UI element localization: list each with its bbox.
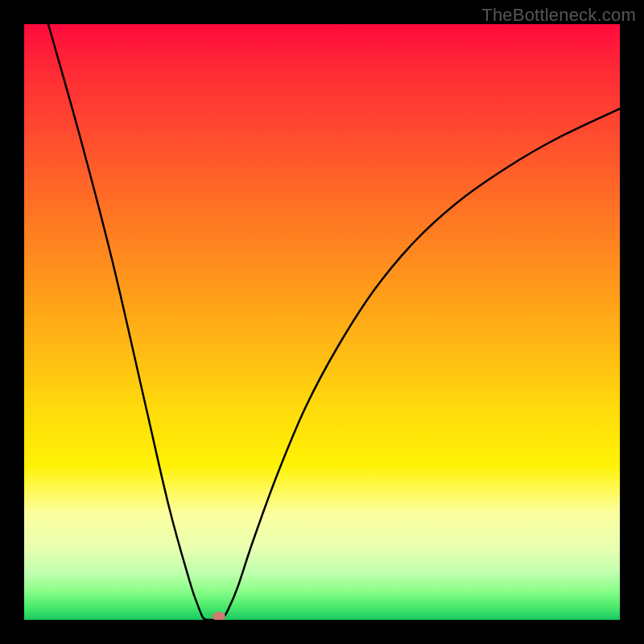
watermark-text: TheBottleneck.com (481, 5, 636, 26)
chart-frame: TheBottleneck.com (0, 0, 644, 644)
minimum-marker (213, 612, 225, 620)
plot-area (24, 24, 620, 620)
bottleneck-curve (24, 24, 620, 620)
curve-right-branch (222, 109, 620, 620)
curve-left-branch (48, 24, 207, 620)
